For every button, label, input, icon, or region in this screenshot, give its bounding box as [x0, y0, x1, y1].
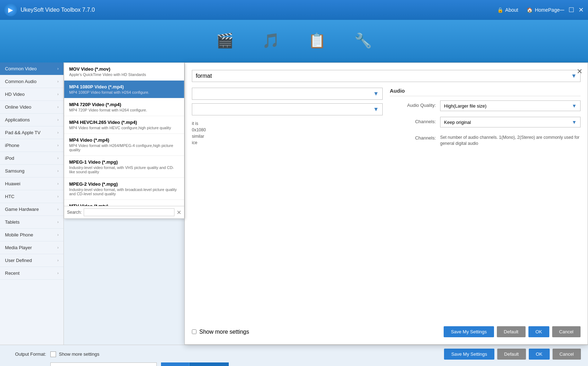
ok-button-bottom[interactable]: OK: [529, 349, 550, 360]
format-item-mtv[interactable]: MTV Video (*.mtv) Music Television: [64, 200, 184, 206]
sidebar-item-label: Huawei: [5, 181, 20, 186]
save-my-settings-button[interactable]: Save My Settings: [444, 326, 494, 337]
toolbox-glyph: 🔧: [354, 32, 372, 49]
format-item-mp4-720p[interactable]: MP4 720P Video (*.mp4) MP4 720P Video fo…: [64, 98, 184, 116]
chevron-right-icon: ›: [57, 131, 59, 135]
sidebar-item-mobile-phone[interactable]: Mobile Phone ›: [0, 229, 63, 241]
sidebar-item-label: Tablets: [5, 219, 20, 225]
video-quality-select[interactable]: ▼: [192, 88, 383, 100]
main-area: Common Video › Common Audio › HD Video ›…: [0, 62, 588, 345]
chevron-right-icon: ›: [57, 105, 59, 109]
minimize-button[interactable]: ─: [560, 6, 564, 14]
audio-quality-control: High(Larger file size) ▼: [440, 100, 581, 111]
search-input[interactable]: [84, 208, 174, 216]
format-dropdown-arrow: ▼: [571, 73, 577, 79]
default-button-bottom[interactable]: Default: [497, 349, 526, 360]
format-item-mp4[interactable]: MP4 Video (*.mp4) MP4 Video format with …: [64, 134, 184, 156]
channels-description: Set number of audio channels. 1(Mono), 2…: [440, 135, 581, 147]
dialog-settings-section: ▼ ▼ it is0x1080similarice Audio Audio Qu…: [192, 88, 581, 152]
show-more-settings-control: Show more settings: [192, 329, 249, 335]
sidebar-item-label: Common Audio: [5, 79, 37, 84]
lock-icon: 🔒: [497, 7, 503, 13]
sidebar-item-recent[interactable]: Recent ›: [0, 267, 63, 280]
close-button[interactable]: ✕: [578, 6, 584, 14]
sidebar-item-online-video[interactable]: Online Video ›: [0, 101, 63, 114]
app-logo: ▶: [4, 4, 17, 16]
channels-control: Keep original ▼: [440, 117, 581, 127]
show-more-settings-check[interactable]: [50, 351, 56, 357]
dropdown-search-bar: Search: ✕: [64, 206, 184, 218]
output-format-row: Output Format: Show more settings Save M…: [7, 349, 581, 360]
video-resolution-select[interactable]: ▼: [192, 103, 383, 115]
sidebar-item-tablets[interactable]: Tablets ›: [0, 216, 63, 229]
sidebar-item-label: Recent: [5, 271, 20, 276]
clear-search-button[interactable]: ✕: [177, 209, 181, 216]
show-more-settings-checkbox[interactable]: [192, 329, 196, 334]
folder-select-dropdown[interactable]: Same folder as the source ▼: [50, 362, 157, 366]
format-dropdown-menu: MOV Video (*.mov) Apple's QuickTime Vide…: [64, 62, 184, 219]
sidebar-item-user-defined[interactable]: User Defined ›: [0, 254, 63, 267]
audio-section-title: Audio: [390, 88, 581, 96]
sidebar-item-hd-video[interactable]: HD Video ›: [0, 88, 63, 101]
maximize-button[interactable]: ☐: [568, 6, 574, 14]
sidebar-item-media-player[interactable]: Media Player ›: [0, 241, 63, 254]
toolbox-icon[interactable]: 🔧: [354, 32, 372, 50]
channels-value: Keep original: [444, 120, 471, 125]
bottom-bar: Output Format: Show more settings Save M…: [0, 345, 588, 366]
sidebar-item-iphone[interactable]: iPhone ›: [0, 139, 63, 152]
format-item-mp4-1080p[interactable]: MP4 1080P Video (*.mp4) MP4 1080P Video …: [64, 81, 184, 98]
sidebar-item-label: Pad && Apple TV: [5, 130, 40, 135]
chevron-down-icon: ▼: [572, 119, 577, 125]
audio-convert-icon[interactable]: 🎵: [262, 32, 280, 50]
sidebar-item-label: Samsung: [5, 168, 24, 174]
sidebar-item-label: iPhone: [5, 143, 19, 148]
cancel-button[interactable]: Cancel: [552, 326, 581, 337]
open-output-button[interactable]: Open Output: [189, 362, 228, 366]
app-title: UkeySoft Video Toolbox 7.7.0: [21, 7, 497, 13]
browse-button[interactable]: Browse: [161, 362, 189, 366]
homepage-nav[interactable]: 🏠 HomePage: [527, 7, 560, 13]
dialog-buttons-row: Show more settings Save My Settings Defa…: [192, 326, 581, 337]
channels-label: Channels:: [390, 117, 436, 124]
subtitle-icon[interactable]: 📋: [308, 32, 326, 50]
music-icon: 🎵: [262, 32, 280, 49]
video-dropdowns: ▼ ▼: [192, 88, 383, 115]
format-item-mpeg2[interactable]: MPEG-2 Video (*.mpg) Industry-level vide…: [64, 178, 184, 200]
sidebar-item-common-video[interactable]: Common Video ›: [0, 62, 63, 75]
cancel-button-bottom[interactable]: Cancel: [553, 349, 581, 360]
main-toolbar: 🎬 🎵 📋 🔧: [0, 20, 588, 62]
about-nav[interactable]: 🔒 About: [497, 7, 518, 13]
dialog-close-button[interactable]: ✕: [577, 67, 583, 76]
format-select-dropdown[interactable]: format ▼: [192, 70, 581, 82]
sidebar-item-ipod[interactable]: iPod ›: [0, 152, 63, 165]
sidebar-item-pad-apple-tv[interactable]: Pad && Apple TV ›: [0, 126, 63, 139]
sidebar-item-samsung[interactable]: Samsung ›: [0, 165, 63, 177]
format-item-mp4-hevc[interactable]: MP4 HEVC/H.265 Video (*.mp4) MP4 Video f…: [64, 116, 184, 134]
sidebar-item-label: iPod: [5, 155, 14, 161]
sidebar-item-applications[interactable]: Applications ›: [0, 114, 63, 126]
sidebar-item-common-audio[interactable]: Common Audio ›: [0, 75, 63, 88]
ok-button[interactable]: OK: [528, 326, 549, 337]
format-item-mov[interactable]: MOV Video (*.mov) Apple's QuickTime Vide…: [64, 63, 184, 81]
subtitle-glyph: 📋: [308, 32, 326, 49]
sidebar-item-huawei[interactable]: Huawei ›: [0, 177, 63, 190]
audio-quality-select[interactable]: High(Larger file size) ▼: [440, 100, 581, 111]
format-item-mpeg1[interactable]: MPEG-1 Video (*.mpg) Industry-level vide…: [64, 156, 184, 178]
dropdown-scroll-area[interactable]: MOV Video (*.mov) Apple's QuickTime Vide…: [64, 63, 184, 206]
sidebar-item-game-hardware[interactable]: Game Hardware ›: [0, 203, 63, 216]
sidebar-item-htc[interactable]: HTC ›: [0, 190, 63, 203]
sidebar-item-label: HTC: [5, 194, 15, 199]
chevron-down-icon: ▼: [373, 106, 379, 113]
output-format-label: Output Format:: [7, 351, 46, 357]
channels-select[interactable]: Keep original ▼: [440, 117, 581, 127]
format-note: it is0x1080similarice: [192, 120, 383, 146]
chevron-right-icon: ›: [57, 92, 59, 96]
chevron-down-icon: ▼: [572, 103, 577, 109]
default-button[interactable]: Default: [497, 326, 526, 337]
video-convert-icon[interactable]: 🎬: [216, 32, 234, 50]
audio-settings: Audio Audio Quality: High(Larger file si…: [390, 88, 581, 152]
chevron-right-icon: ›: [57, 246, 59, 250]
chevron-right-icon: ›: [57, 169, 59, 173]
sidebar-item-label: User Defined: [5, 258, 32, 263]
save-settings-button[interactable]: Save My Settings: [444, 349, 494, 360]
